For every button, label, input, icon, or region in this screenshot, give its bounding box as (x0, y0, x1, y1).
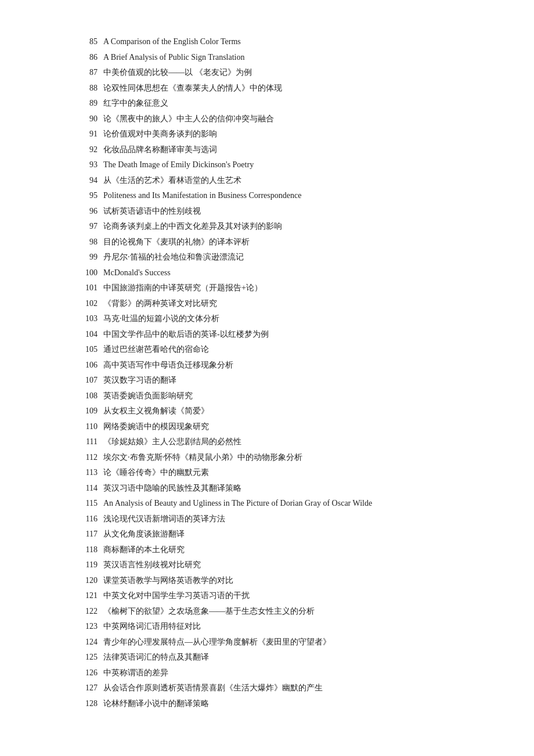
list-item: 89红字中的象征意义 (81, 96, 453, 111)
list-item: 102《背影》的两种英译文对比研究 (81, 297, 453, 311)
list-item: 90论《黑夜中的旅人》中主人公的信仰冲突与融合 (81, 112, 453, 127)
item-number: 85 (81, 35, 103, 49)
item-title: 商标翻译的本土化研究 (103, 543, 453, 557)
item-title: 法律英语词汇的特点及其翻译 (103, 650, 453, 665)
list-item: 86A Brief Analysis of Public Sign Transl… (81, 51, 453, 65)
item-number: 86 (81, 51, 103, 65)
list-item: 105通过巴丝谢芭看哈代的宿命论 (81, 343, 453, 357)
list-item: 87中美价值观的比较——以 《老友记》为例 (81, 66, 453, 80)
list-item: 122《榆树下的欲望》之农场意象——基于生态女性主义的分析 (81, 604, 453, 619)
item-title: A Brief Analysis of Public Sign Translat… (103, 51, 453, 65)
list-item: 127从会话合作原则透析英语情景喜剧《生活大爆炸》幽默的产生 (81, 681, 453, 696)
item-number: 96 (81, 204, 103, 219)
list-item: 111《珍妮姑娘》主人公悲剧结局的必然性 (81, 435, 453, 449)
list-item: 91论价值观对中美商务谈判的影响 (81, 127, 453, 142)
item-title: 从《生活的艺术》看林语堂的人生艺术 (103, 174, 453, 188)
list-item: 110网络委婉语中的模因现象研究 (81, 420, 453, 434)
list-item: 116浅论现代汉语新增词语的英译方法 (81, 512, 453, 527)
list-item: 109从女权主义视角解读《简爱》 (81, 404, 453, 419)
item-title: 英汉数字习语的翻译 (103, 373, 453, 388)
item-title: 从女权主义视角解读《简爱》 (103, 404, 453, 419)
item-number: 123 (81, 620, 103, 634)
list-item: 112埃尔文·布鲁克斯·怀特《精灵鼠小弟》中的动物形象分析 (81, 451, 453, 465)
list-item: 121中英文化对中国学生学习英语习语的干扰 (81, 589, 453, 603)
list-item: 100McDonald's Success (81, 266, 453, 280)
list-item: 94从《生活的艺术》看林语堂的人生艺术 (81, 174, 453, 188)
item-number: 127 (81, 681, 103, 696)
item-number: 109 (81, 404, 103, 419)
list-item: 115An Analysis of Beauty and Ugliness in… (81, 496, 453, 511)
item-title: 埃尔文·布鲁克斯·怀特《精灵鼠小弟》中的动物形象分析 (103, 451, 453, 465)
item-number: 106 (81, 358, 103, 373)
list-item: 95Politeness and Its Manifestation in Bu… (81, 189, 453, 203)
item-title: 从会话合作原则透析英语情景喜剧《生活大爆炸》幽默的产生 (103, 681, 453, 696)
item-number: 116 (81, 512, 103, 527)
list-item: 114英汉习语中隐喻的民族性及其翻译策略 (81, 481, 453, 496)
item-number: 125 (81, 650, 103, 665)
item-number: 92 (81, 143, 103, 157)
list-item: 98目的论视角下《麦琪的礼物》的译本评析 (81, 235, 453, 250)
item-number: 124 (81, 635, 103, 650)
item-number: 87 (81, 66, 103, 80)
list-item: 120课堂英语教学与网络英语教学的对比 (81, 574, 453, 588)
item-number: 108 (81, 389, 103, 404)
item-title: 中英称谓语的差异 (103, 666, 453, 681)
item-title: McDonald's Success (103, 266, 453, 280)
item-title: 马克·吐温的短篇小说的文体分析 (103, 312, 453, 326)
list-item: 125法律英语词汇的特点及其翻译 (81, 650, 453, 665)
item-number: 122 (81, 604, 103, 619)
list-item: 123中英网络词汇语用特征对比 (81, 620, 453, 634)
item-number: 103 (81, 312, 103, 326)
list-item: 85A Comparison of the English Color Term… (81, 35, 453, 49)
item-number: 126 (81, 666, 103, 681)
item-title: 通过巴丝谢芭看哈代的宿命论 (103, 343, 453, 357)
item-number: 99 (81, 250, 103, 265)
item-title: 《榆树下的欲望》之农场意象——基于生态女性主义的分析 (103, 604, 453, 619)
item-number: 120 (81, 574, 103, 588)
item-title: 试析英语谚语中的性别歧视 (103, 204, 453, 219)
item-number: 128 (81, 697, 103, 711)
item-number: 94 (81, 174, 103, 188)
item-number: 104 (81, 327, 103, 342)
item-number: 102 (81, 297, 103, 311)
article-list: 85A Comparison of the English Color Term… (81, 35, 453, 711)
item-title: 高中英语写作中母语负迁移现象分析 (103, 358, 453, 373)
item-title: The Death Image of Emily Dickinson's Poe… (103, 158, 453, 172)
item-title: 中英文化对中国学生学习英语习语的干扰 (103, 589, 453, 603)
list-item: 103马克·吐温的短篇小说的文体分析 (81, 312, 453, 326)
list-item: 101中国旅游指南的中译英研究（开题报告+论） (81, 281, 453, 296)
item-number: 105 (81, 343, 103, 357)
list-item: 126中英称谓语的差异 (81, 666, 453, 681)
item-title: 论商务谈判桌上的中西文化差异及其对谈判的影响 (103, 219, 453, 234)
item-number: 89 (81, 96, 103, 111)
item-title: 中美价值观的比较——以 《老友记》为例 (103, 66, 453, 80)
item-title: 英汉语言性别歧视对比研究 (103, 558, 453, 573)
item-number: 114 (81, 481, 103, 496)
list-item: 107英汉数字习语的翻译 (81, 373, 453, 388)
item-number: 107 (81, 373, 103, 388)
item-title: 《珍妮姑娘》主人公悲剧结局的必然性 (103, 435, 453, 449)
item-number: 98 (81, 235, 103, 250)
item-number: 112 (81, 451, 103, 465)
list-item: 92化妆品品牌名称翻译审美与选词 (81, 143, 453, 157)
item-title: 化妆品品牌名称翻译审美与选词 (103, 143, 453, 157)
item-number: 100 (81, 266, 103, 280)
list-item: 99丹尼尔·笛福的社会地位和鲁滨逊漂流记 (81, 250, 453, 265)
list-item: 88论双性同体思想在《查泰莱夫人的情人》中的体现 (81, 81, 453, 96)
item-number: 110 (81, 420, 103, 434)
item-title: 目的论视角下《麦琪的礼物》的译本评析 (103, 235, 453, 250)
item-number: 101 (81, 281, 103, 296)
item-number: 121 (81, 589, 103, 603)
item-number: 113 (81, 466, 103, 480)
item-number: 111 (81, 435, 103, 449)
list-item: 93The Death Image of Emily Dickinson's P… (81, 158, 453, 172)
item-title: 中英网络词汇语用特征对比 (103, 620, 453, 634)
item-number: 90 (81, 112, 103, 127)
item-number: 119 (81, 558, 103, 573)
item-title: 论双性同体思想在《查泰莱夫人的情人》中的体现 (103, 81, 453, 96)
item-title: 网络委婉语中的模因现象研究 (103, 420, 453, 434)
list-item: 119英汉语言性别歧视对比研究 (81, 558, 453, 573)
item-title: 红字中的象征意义 (103, 96, 453, 111)
list-item: 124青少年的心理发展特点—从心理学角度解析《麦田里的守望者》 (81, 635, 453, 650)
list-item: 96试析英语谚语中的性别歧视 (81, 204, 453, 219)
